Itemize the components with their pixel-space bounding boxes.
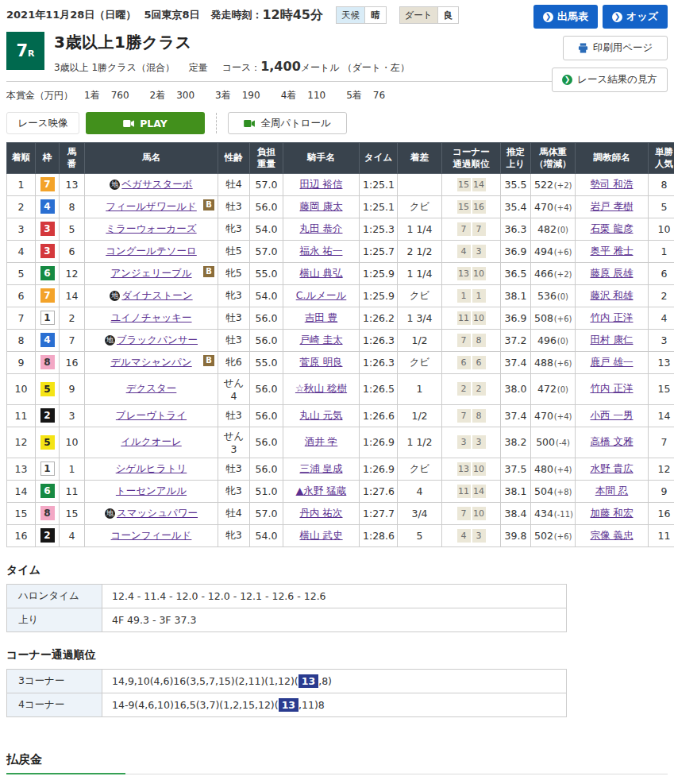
time-cell: 1:25.9: [360, 262, 398, 284]
trainer-link[interactable]: 小西 一男: [591, 409, 634, 421]
horse-name-link[interactable]: トーセンアルル: [116, 485, 187, 496]
trainer-link[interactable]: 加藤 和宏: [591, 507, 634, 519]
horse-name-link[interactable]: ベガサスターボ: [121, 178, 192, 190]
trainer-link[interactable]: 宗像 義忠: [591, 529, 634, 541]
time-cell: 1:26.9: [360, 427, 398, 458]
jockey-link[interactable]: 丸山 元気: [300, 409, 343, 421]
horse-name-link[interactable]: シゲルヒラトリ: [116, 462, 187, 474]
jockey-link[interactable]: 横山 典弘: [300, 267, 343, 279]
sex-age-cell: 牡3: [218, 307, 250, 329]
trainer-link[interactable]: 竹内 正洋: [591, 382, 634, 394]
body-weight-cell: 482(0): [531, 218, 576, 240]
win-popularity-cell: 2: [649, 284, 674, 307]
jockey-link[interactable]: ▲永野 猛蔵: [296, 485, 347, 496]
print-button[interactable]: 印刷用ページ: [563, 36, 668, 60]
jockey-link[interactable]: 菅原 明良: [300, 356, 343, 368]
corner-positions-cell: 1110: [442, 307, 501, 329]
corner-position-box: 13: [457, 267, 471, 280]
race-number-suffix: R: [28, 48, 34, 59]
patrol-video-button[interactable]: 全周パトロール: [228, 112, 347, 134]
win-popularity-cell: 14: [649, 404, 674, 427]
jockey-link[interactable]: 丸田 恭介: [300, 222, 343, 234]
sex-age-cell: 牝3: [218, 480, 250, 502]
horse-name-link[interactable]: イルクオーレ: [121, 435, 181, 447]
result-row: 335ミラーウォーカーズ牝354.0丸田 恭介1:25.31 1/47736.3…: [7, 218, 674, 240]
frame-cell: 2: [36, 524, 60, 546]
jockey-link[interactable]: 田辺 裕信: [300, 178, 343, 190]
trainer-link[interactable]: 鹿戸 雄一: [591, 356, 634, 368]
frame-number-badge: 7: [40, 177, 55, 191]
jockey-link[interactable]: 吉田 豊: [305, 311, 337, 323]
trainer-link[interactable]: 奥平 雅士: [591, 245, 634, 257]
jockey-link[interactable]: 丹内 祐次: [300, 507, 343, 519]
agari-row: 上り 4F 49.3 - 3F 37.3: [7, 608, 567, 631]
regional-horse-mark: 地: [110, 291, 120, 301]
trainer-link[interactable]: 竹内 正洋: [591, 311, 634, 323]
horse-name-link[interactable]: アンジェリーブル: [110, 267, 191, 279]
carried-weight-cell: 56.0: [250, 427, 283, 458]
corner-positions-cell: 1114: [442, 480, 501, 502]
jockey-link[interactable]: ☆秋山 稔樹: [295, 382, 347, 394]
trainer-link[interactable]: 水野 貴広: [591, 462, 634, 474]
horse-name-link[interactable]: ミラーウォーカーズ: [106, 222, 196, 234]
corner4-value: 14-9(4,6,10)16,5(3,7)(1,2,15,12)(13,11)8: [102, 693, 567, 716]
play-button[interactable]: PLAY: [86, 112, 205, 134]
finish-position-cell: 1: [7, 173, 36, 195]
horse-name-link[interactable]: ブレーヴトライ: [116, 409, 187, 421]
horse-name-link[interactable]: デルマシャンパン: [110, 356, 191, 368]
trainer-link[interactable]: 藤原 辰雄: [591, 267, 634, 279]
race-video-button[interactable]: レース映像: [6, 112, 79, 134]
trainer-cell: 宗像 義忠: [576, 524, 649, 546]
carried-weight-cell: 54.0: [250, 284, 283, 307]
corner-position-box: 2: [472, 382, 486, 396]
frame-number-badge: 8: [40, 506, 55, 520]
jockey-link[interactable]: 福永 祐一: [300, 245, 343, 257]
trainer-link[interactable]: 勢司 和浩: [591, 178, 634, 190]
trainer-cell: 岩戸 孝樹: [576, 195, 649, 218]
entries-button[interactable]: ❯出馬表: [533, 5, 598, 29]
trainer-cell: 石栗 龍彦: [576, 218, 649, 240]
last-3f-cell: 36.5: [501, 262, 531, 284]
jockey-cell: 戸崎 圭太: [283, 329, 360, 351]
horse-name-link[interactable]: デクスター: [126, 382, 177, 394]
body-weight-diff: (-4): [556, 438, 570, 447]
weight-rule: 定量: [189, 62, 208, 73]
odds-button[interactable]: ❯オッズ: [603, 5, 668, 29]
body-weight-value: 502: [534, 530, 553, 542]
carried-weight-cell: 56.0: [250, 195, 283, 218]
jockey-link[interactable]: 横山 武史: [300, 529, 343, 541]
jockey-link[interactable]: C.ルメール: [296, 289, 347, 301]
horse-number-cell: 4: [60, 524, 85, 546]
top-right-buttons: ❯出馬表 ❯オッズ 印刷用ページ ❯ レース結果の見方: [533, 5, 668, 92]
horse-name-cell: ブレーヴトライ: [85, 404, 218, 427]
trainer-link[interactable]: 藤沢 和雄: [591, 289, 634, 301]
frame-cell: 7: [36, 284, 60, 307]
prize-amount: 110: [307, 90, 325, 101]
printer-icon: [578, 43, 588, 53]
horse-name-link[interactable]: コーンフィールド: [111, 529, 192, 541]
trainer-link[interactable]: 田村 康仁: [591, 334, 634, 346]
result-guide-button[interactable]: ❯ レース結果の見方: [552, 68, 668, 92]
sex-age-cell: 牡3: [218, 195, 250, 218]
margin-cell: 2 1/2: [398, 240, 442, 262]
horse-name-link[interactable]: ユイノチャッキー: [110, 311, 191, 323]
horse-name-link[interactable]: コングールテソーロ: [106, 245, 197, 257]
horse-name-link[interactable]: ダイナストーン: [121, 289, 192, 301]
margin-cell: 4: [398, 480, 442, 502]
trainer-link[interactable]: 高橋 文雅: [591, 435, 634, 447]
horse-name-link[interactable]: スマッシュパワー: [117, 507, 198, 519]
margin-cell: 1/2: [398, 404, 442, 427]
trainer-link[interactable]: 本間 忍: [595, 485, 628, 496]
trainer-link[interactable]: 石栗 龍彦: [591, 222, 634, 234]
jockey-link[interactable]: 酒井 学: [305, 435, 337, 447]
circle-arrow-icon: ❯: [543, 12, 553, 22]
horse-name-link[interactable]: ブラックパンサー: [117, 334, 198, 346]
jockey-link[interactable]: 藤岡 康太: [300, 200, 343, 212]
body-weight-diff: (+6): [554, 248, 572, 257]
trainer-link[interactable]: 岩戸 孝樹: [591, 200, 634, 212]
horse-name-link[interactable]: フィールザワールド: [106, 200, 197, 212]
horse-number-cell: 6: [60, 240, 85, 262]
jockey-link[interactable]: 戸崎 圭太: [300, 334, 343, 346]
track-condition-chip: ダート 良: [399, 6, 460, 24]
jockey-link[interactable]: 三浦 皇成: [300, 462, 343, 474]
